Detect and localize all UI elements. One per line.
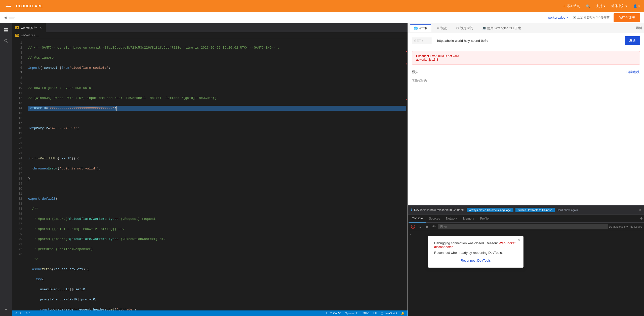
sidebar-settings-icon[interactable] — [2, 305, 11, 314]
code-editor[interactable]: 12345 678910 1112131415 1617181920 21222… — [12, 38, 408, 310]
editor-scroll-indicators — [406, 38, 408, 310]
show-all-button[interactable]: ◉ — [424, 224, 430, 230]
cursor-position[interactable]: Ln 7, Col 53 — [326, 312, 341, 315]
language-switcher[interactable]: 简体中文 ▾ — [611, 4, 627, 8]
sidebar-explorer-icon[interactable] — [2, 25, 11, 34]
close-notification-button[interactable]: × — [639, 208, 641, 212]
logo-area[interactable]: CLOUDFLARE — [4, 3, 43, 10]
devtools-notification: ℹ DevTools is now available in Chinese! … — [408, 206, 644, 215]
workers-dev-link[interactable]: workers.dev ↗ — [548, 16, 569, 19]
user-menu[interactable]: 👤 ▾ — [633, 4, 640, 8]
error-box: Uncaught Error: uuid is not valid at wor… — [412, 51, 640, 65]
method-select[interactable]: GET ▾ — [412, 37, 432, 44]
back-button[interactable]: ◀ — [4, 16, 7, 19]
chevron-down-icon: ▾ — [422, 39, 424, 43]
reconnect-devtools-button[interactable]: Reconnect DevTools — [434, 259, 517, 262]
last-saved-text: 🕐 上次部署时间 17 分钟前 — [573, 15, 610, 20]
subnav-left: ◀ — [4, 16, 15, 19]
devtools-right-controls: Default levels ▾ No issues — [609, 225, 642, 228]
main-content: JS worker.js 9+ × ··· JS worker.js > ...… — [0, 23, 644, 316]
match-language-button[interactable]: Always match Chrome's language — [467, 208, 513, 212]
line-ending[interactable]: LF — [373, 312, 377, 315]
error-count[interactable]: ⚠ 12 — [15, 312, 21, 315]
send-button[interactable]: 发送 — [625, 36, 640, 45]
devtools-prompt: › — [410, 233, 411, 236]
bell-icon[interactable]: 🔔 — [401, 312, 405, 315]
code-content[interactable]: // <!--GAMFC-->version base on commit 43… — [24, 38, 406, 310]
tab-preview[interactable]: 👁 预览 — [432, 24, 451, 32]
svg-rect-0 — [4, 28, 6, 29]
tab-wrangler[interactable]: 💻 使用 Wrangler CLI 开发 — [478, 24, 525, 32]
console-filter-input[interactable] — [438, 224, 608, 229]
debugging-title: Debugging connection was closed. Reason:… — [434, 241, 517, 249]
editor-tab-bar: JS worker.js 9+ × ··· — [12, 23, 408, 32]
warning-count[interactable]: ⚠ 0 — [25, 312, 30, 315]
example-label: 示例 — [636, 26, 642, 30]
clear-console-button[interactable]: 🚫 — [410, 224, 416, 230]
right-tabs-icons: 示例 — [636, 26, 642, 30]
editor-tab-workerjs[interactable]: JS worker.js 9+ × — [12, 23, 46, 32]
tab-network[interactable]: Network — [443, 215, 460, 223]
close-popup-button[interactable]: × — [518, 238, 520, 243]
error-location: at worker.js:13:8 — [416, 58, 636, 61]
js-file-icon: JS — [15, 26, 19, 29]
eye-toggle-button[interactable]: 👁 — [431, 224, 437, 230]
chevron-down-icon: ▾ — [638, 4, 640, 8]
search-icon[interactable]: 🔍 — [586, 4, 590, 8]
breadcrumb — [9, 17, 15, 19]
editor-breadcrumb: JS worker.js > ... — [12, 32, 408, 38]
indentation[interactable]: Spaces: 2 — [345, 312, 357, 315]
tab-console[interactable]: Console — [409, 215, 426, 223]
http-request-row: GET ▾ 发送 — [408, 33, 644, 48]
topnav-right: ＋ 添加站点 🔍 支持 ▾ 简体中文 ▾ 👤 ▾ — [562, 4, 640, 8]
tab-more-button[interactable]: ··· — [400, 26, 408, 30]
info-icon: ℹ — [411, 208, 412, 212]
support-link[interactable]: 支持 ▾ — [596, 4, 605, 8]
eye-icon: 👁 — [436, 26, 440, 30]
right-panel: 🌐 HTTP 👁 预览 ⚙ 设定时间 💻 使用 Wrangler CLI 开发 … — [408, 23, 644, 316]
svg-point-4 — [5, 39, 7, 42]
sidebar-search-icon[interactable] — [2, 36, 11, 45]
clock-icon: 🕐 — [573, 16, 576, 19]
tab-sources[interactable]: Sources — [426, 215, 443, 223]
terminal-icon: 💻 — [482, 26, 486, 30]
switch-to-chinese-button[interactable]: Switch DevTools to Chinese — [515, 208, 555, 212]
save-deploy-button[interactable]: 保存并部署 — [614, 13, 640, 22]
devtools-settings-icon[interactable]: ⚙ — [640, 217, 643, 220]
js-breadcrumb-icon: JS — [15, 34, 19, 37]
tab-badge: 9+ — [34, 26, 37, 29]
add-site-btn[interactable]: ＋ 添加站点 — [562, 4, 580, 8]
gear-icon: ⚙ — [456, 26, 459, 30]
error-title: Uncaught Error: uuid is not valid — [416, 54, 636, 58]
logo-text: CLOUDFLARE — [16, 4, 43, 8]
url-input[interactable] — [434, 37, 623, 44]
no-issues-label: No issues — [630, 225, 642, 228]
svg-line-5 — [7, 42, 8, 43]
tab-close-button[interactable]: × — [39, 26, 43, 30]
tab-profiler[interactable]: Profiler — [477, 215, 493, 223]
status-bar: ⚠ 12 ⚠ 0 Ln 7, Col 53 Spaces: 2 UTF-8 LF… — [12, 310, 408, 316]
editor-container: JS worker.js 9+ × ··· JS worker.js > ...… — [12, 23, 408, 316]
svg-rect-3 — [6, 30, 8, 31]
file-encoding[interactable]: UTF-8 — [361, 312, 369, 315]
plus-icon: ＋ — [562, 4, 566, 8]
console-area: › × Debugging connection was closed. Rea… — [408, 231, 644, 316]
subnav-right: workers.dev ↗ 🕐 上次部署时间 17 分钟前 保存并部署 — [548, 13, 640, 22]
add-header-button[interactable]: + 添加标头 — [625, 70, 640, 74]
sub-nav: ◀ workers.dev ↗ 🕐 上次部署时间 17 分钟前 保存并部署 — [0, 12, 644, 23]
language-mode[interactable]: { } JavaScript — [381, 312, 397, 315]
external-link-icon: ↗ — [566, 16, 569, 19]
devtools-toolbar: 🚫 ⊘ ◉ 👁 Default levels ▾ No issues — [408, 223, 644, 231]
svg-rect-1 — [6, 28, 8, 29]
svg-rect-2 — [4, 30, 6, 31]
devtools-panel: ℹ DevTools is now available in Chinese! … — [408, 205, 644, 316]
globe-icon: 🌐 — [414, 26, 418, 30]
tab-memory[interactable]: Memory — [460, 215, 477, 223]
right-panel-tabs: 🌐 HTTP 👁 预览 ⚙ 设定时间 💻 使用 Wrangler CLI 开发 … — [408, 23, 644, 33]
pause-log-button[interactable]: ⊘ — [417, 224, 423, 230]
tab-schedule[interactable]: ⚙ 设定时间 — [452, 24, 477, 32]
tab-http[interactable]: 🌐 HTTP — [410, 24, 431, 32]
log-levels-selector[interactable]: Default levels ▾ — [609, 225, 628, 228]
dont-show-again-link[interactable]: Don't show again — [557, 208, 578, 212]
brace-icon: { } — [381, 312, 383, 315]
